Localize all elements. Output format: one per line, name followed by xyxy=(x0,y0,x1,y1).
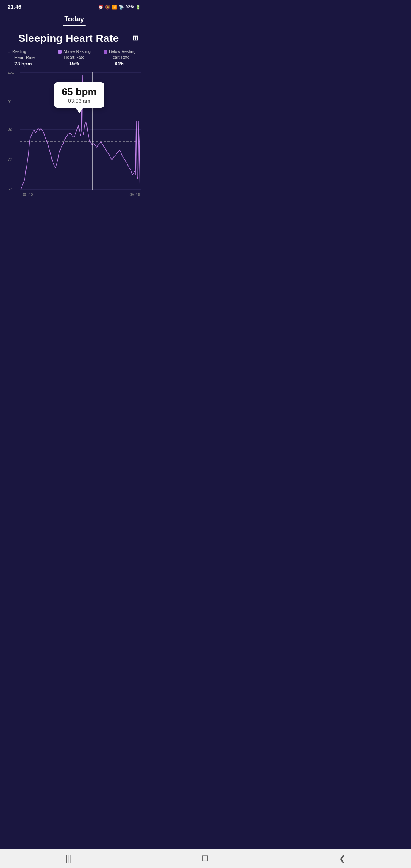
battery-label: 92% xyxy=(126,5,134,9)
status-time: 21:46 xyxy=(8,4,21,10)
x-label-start: 00:13 xyxy=(23,192,33,197)
alarm-icon: ⏰ xyxy=(98,5,104,10)
resting-label2: Heart Rate xyxy=(14,55,50,60)
mute-icon: 🔕 xyxy=(105,5,110,10)
tooltip-time: 03:03 am xyxy=(62,98,97,104)
above-value: 16% xyxy=(53,61,95,66)
chart-tooltip: 65 bpm 03:03 am xyxy=(54,82,104,108)
tooltip-bpm: 65 bpm xyxy=(62,86,97,98)
battery-icon: 🔋 xyxy=(135,5,141,10)
legend-above: Above Resting Heart Rate 16% xyxy=(53,49,95,66)
below-label2: Heart Rate xyxy=(99,55,141,60)
below-label1: Below Resting xyxy=(109,49,135,54)
chart-legend: -- Resting Heart Rate 78 bpm Above Resti… xyxy=(8,49,141,67)
y-label-91: 91 xyxy=(8,100,12,104)
main-content: Sleeping Heart Rate ⊞ -- Resting Heart R… xyxy=(0,27,148,197)
wifi-icon: 📶 xyxy=(112,5,117,10)
below-value: 84% xyxy=(99,61,141,66)
tooltip-arrow xyxy=(75,108,83,113)
above-label1: Above Resting xyxy=(63,49,91,54)
legend-below: Below Resting Heart Rate 84% xyxy=(99,49,141,66)
tooltip-box: 65 bpm 03:03 am xyxy=(54,82,104,108)
status-bar: 21:46 ⏰ 🔕 📶 📡 92% 🔋 xyxy=(0,0,148,12)
below-dot xyxy=(104,50,107,54)
above-label2: Heart Rate xyxy=(53,55,95,60)
y-label-72: 72 xyxy=(8,158,12,162)
y-label-82: 82 xyxy=(8,127,12,131)
x-axis-labels: 00:13 05:46 xyxy=(22,190,141,197)
legend-resting: -- Resting Heart Rate 78 bpm xyxy=(8,49,50,67)
resting-label1: Resting xyxy=(12,49,26,54)
expand-button[interactable]: ⊞ xyxy=(129,32,141,44)
signal-icon: 📡 xyxy=(119,5,124,10)
resting-value: 78 bpm xyxy=(14,61,50,67)
x-label-end: 05:46 xyxy=(129,192,140,197)
y-label-101: 101 xyxy=(8,72,14,75)
above-dot xyxy=(58,50,62,54)
resting-dash-icon: -- xyxy=(8,49,10,54)
page-header: Today xyxy=(0,12,148,27)
status-icons: ⏰ 🔕 📶 📡 92% 🔋 xyxy=(98,5,141,10)
chart-title: Sleeping Heart Rate xyxy=(8,32,141,45)
header-underline xyxy=(63,25,86,26)
expand-icon: ⊞ xyxy=(132,34,138,42)
page-title: Today xyxy=(0,15,148,23)
y-label-62: 62 xyxy=(8,187,12,190)
